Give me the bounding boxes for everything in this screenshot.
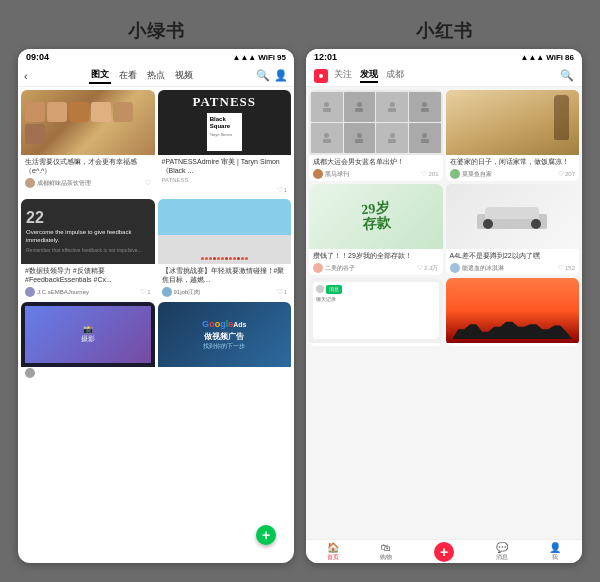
bottom-nav-messages[interactable]: 💬 消息 xyxy=(496,542,508,562)
tab-在看[interactable]: 在看 xyxy=(117,68,139,83)
motivation-image: 22 Overcome the impulse to give feedback… xyxy=(21,199,155,264)
right-status-icons: ▲▲▲ WiFi 86 xyxy=(521,53,574,62)
chat-footer xyxy=(309,343,443,346)
savings-user-info: 二美的谷子 xyxy=(313,263,355,273)
savings-likes: 2.3万 xyxy=(424,264,438,273)
card-food[interactable]: 生活需要仪式感嘛，才会更有幸福感（e^.^） 成都鲜味品茶饮管理 ♡ xyxy=(21,90,155,196)
right-time: 12:01 xyxy=(314,52,337,62)
conf-likes: 1 xyxy=(284,289,287,295)
id-photo-8 xyxy=(409,123,441,153)
id-photo-1 xyxy=(311,92,343,122)
room-avatar xyxy=(450,169,460,179)
motivation-username: J.C.sEMBAJourney xyxy=(37,289,89,295)
room-like-icon: ♡ xyxy=(558,170,564,178)
motivation-avatar xyxy=(25,287,35,297)
left-status-bar: 09:04 ▲▲▲ WiFi 95 xyxy=(18,49,294,65)
motivation-user-info: J.C.sEMBAJourney xyxy=(25,287,89,297)
room-username: 菜菜鱼自家 xyxy=(462,170,492,179)
book-source: PATNESS xyxy=(158,177,292,185)
bottom-nav: 🏠 首页 🛍 购物 + 💬 消息 👤 我 xyxy=(306,539,582,563)
conference-footer: 91job江肉 ♡ 1 xyxy=(158,286,292,299)
food-footer: 成都鲜味品茶饮管理 ♡ xyxy=(21,177,155,190)
id-text: 成都大运会男女蓝名单出炉！ xyxy=(309,155,443,168)
create-plus-icon[interactable]: + xyxy=(434,542,454,562)
motivation-likes: 1 xyxy=(147,289,150,295)
id-photo-7 xyxy=(376,123,408,153)
search-icon[interactable]: 🔍 xyxy=(256,69,270,82)
card-savings[interactable]: 29岁 存款 攒钱了！！29岁我的全部存款！ 二美的谷子 ♡ xyxy=(309,184,443,275)
food-visual xyxy=(21,90,155,155)
left-title: 小绿书 xyxy=(128,19,185,43)
room-text: 在婆家的日子，闲话家常，做饭腐凉！ xyxy=(446,155,580,168)
ads-image: GoogleAds 做视频广告 找到你的下一步 xyxy=(158,302,292,367)
right-content-area: 成都大运会男女蓝名单出炉！ 黑马球刊 ♡ 201 xyxy=(306,87,582,539)
savings-avatar xyxy=(313,263,323,273)
home-icon: 🏠 xyxy=(327,542,339,553)
tab-成都[interactable]: 成都 xyxy=(386,68,404,83)
food-user-info: 成都鲜味品茶饮管理 xyxy=(25,178,91,188)
fab-plus-icon[interactable]: + xyxy=(256,525,276,545)
food-image xyxy=(21,90,155,155)
profile-label: 我 xyxy=(552,553,558,562)
card-chat[interactable]: 消息 聊天记录 xyxy=(309,278,443,346)
food-username: 成都鲜味品茶饮管理 xyxy=(37,179,91,188)
tab-发现[interactable]: 发现 xyxy=(360,68,378,83)
card-book[interactable]: PATNESS Black Square Taryn Simon #PATNES… xyxy=(158,90,292,196)
bottom-nav-profile[interactable]: 👤 我 xyxy=(549,542,561,562)
book-like-icon: ♡ xyxy=(277,186,283,194)
card-id-photos[interactable]: 成都大运会男女蓝名单出炉！ 黑马球刊 ♡ 201 xyxy=(309,90,443,181)
card-city[interactable] xyxy=(446,278,580,346)
id-photo-4 xyxy=(409,92,441,122)
card-conference[interactable]: 【冰雪挑战赛】年轻就要激情碰撞！#聚焦目标，越燃… 91job江肉 ♡ 1 xyxy=(158,199,292,299)
book-brand: PATNESS xyxy=(192,94,256,110)
savings-like-icon: ♡ xyxy=(417,264,423,272)
shop-icon: 🛍 xyxy=(381,542,391,553)
tab-关注[interactable]: 关注 xyxy=(334,68,352,83)
card-profile[interactable]: 📸 摄影 xyxy=(21,302,155,380)
right-search-icon[interactable]: 🔍 xyxy=(560,69,574,82)
car-avatar xyxy=(450,263,460,273)
id-username: 黑马球刊 xyxy=(325,170,349,179)
user-icon[interactable]: 👤 xyxy=(274,69,288,82)
left-cards-grid: 生活需要仪式感嘛，才会更有幸福感（e^.^） 成都鲜味品茶饮管理 ♡ xyxy=(18,87,294,383)
right-cards-grid: 成都大运会男女蓝名单出炉！ 黑马球刊 ♡ 201 xyxy=(306,87,582,349)
right-nav-tabs: 关注 发现 成都 xyxy=(334,68,554,83)
back-button[interactable]: ‹ xyxy=(24,70,28,82)
id-user-info: 黑马球刊 xyxy=(313,169,349,179)
chat-image: 消息 聊天记录 xyxy=(309,278,443,343)
logo-inner xyxy=(317,72,325,80)
right-nav-bar: 关注 发现 成都 🔍 xyxy=(306,65,582,87)
right-title: 小红书 xyxy=(416,19,473,43)
card-car[interactable]: A4L差不是要蹲到22以内了嘿 能遮血的冰淇淋 ♡ 152 xyxy=(446,184,580,275)
id-avatar xyxy=(313,169,323,179)
id-like-icon: ♡ xyxy=(421,170,427,178)
left-nav-icons: 🔍 👤 xyxy=(256,69,288,82)
motivation-date: 22 xyxy=(26,210,150,226)
id-photos-image xyxy=(309,90,443,155)
bottom-nav-shop[interactable]: 🛍 购物 xyxy=(380,542,392,562)
bottom-nav-home[interactable]: 🏠 首页 xyxy=(327,542,339,562)
motivation-tags: #数据技领导力 #反馈精要 #FeedbackEssentials #Cx... xyxy=(21,264,155,286)
right-battery-icon: 86 xyxy=(565,53,574,62)
card-room[interactable]: 在婆家的日子，闲话家常，做饭腐凉！ 菜菜鱼自家 ♡ 207 xyxy=(446,90,580,181)
profile-user-info xyxy=(25,368,37,378)
xiaohongshu-logo xyxy=(314,69,328,83)
car-username: 能遮血的冰淇淋 xyxy=(462,264,504,273)
tab-图文[interactable]: 图文 xyxy=(89,67,111,84)
city-footer xyxy=(446,343,580,346)
city-image xyxy=(446,278,580,343)
card-motivation[interactable]: 22 Overcome the impulse to give feedback… xyxy=(21,199,155,299)
left-phone: 09:04 ▲▲▲ WiFi 95 ‹ 图文 在看 热点 视频 xyxy=(18,49,294,563)
card-ads[interactable]: GoogleAds 做视频广告 找到你的下一步 xyxy=(158,302,292,380)
id-photo-3 xyxy=(376,92,408,122)
ads-footer xyxy=(158,367,292,370)
right-status-bar: 12:01 ▲▲▲ WiFi 86 xyxy=(306,49,582,65)
battery-icon: 95 xyxy=(277,53,286,62)
tab-热点[interactable]: 热点 xyxy=(145,68,167,83)
food-text: 生活需要仪式感嘛，才会更有幸福感（e^.^） xyxy=(21,155,155,177)
room-user-info: 菜菜鱼自家 xyxy=(450,169,492,179)
bottom-nav-create[interactable]: + xyxy=(434,542,454,562)
car-image xyxy=(446,184,580,249)
tab-视频[interactable]: 视频 xyxy=(173,68,195,83)
savings-image: 29岁 存款 xyxy=(309,184,443,249)
